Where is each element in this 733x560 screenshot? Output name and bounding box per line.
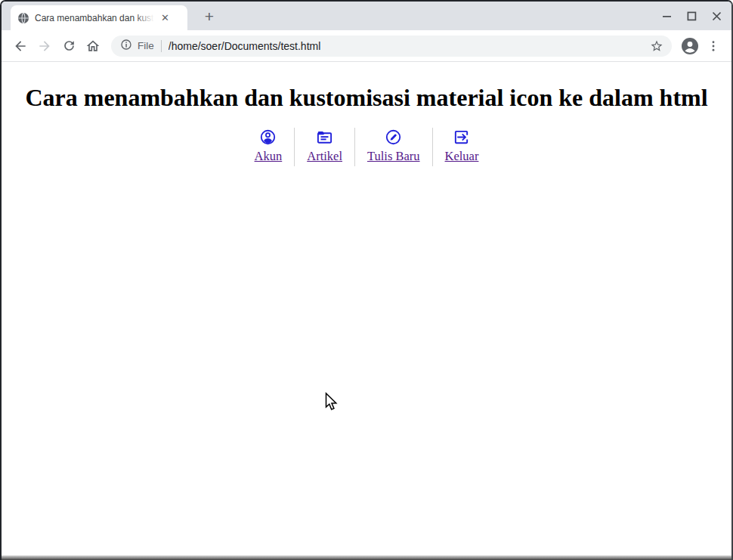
tab-title: Cara menambahkan dan kustomisasi materia… [35, 12, 154, 24]
browser-window: Cara menambahkan dan kustomisasi materia… [0, 0, 733, 560]
address-bar[interactable]: File /home/soer/Documents/test.html [111, 36, 672, 57]
new-tab-button[interactable]: + [199, 7, 219, 26]
nav-menu: Akun Artikel [2, 128, 731, 166]
menu-kebab-icon[interactable] [702, 35, 725, 57]
scheme-label: File [138, 40, 154, 51]
account-circle-icon[interactable] [259, 128, 277, 146]
reload-button[interactable] [57, 34, 81, 58]
url-divider [161, 40, 162, 52]
article-folder-icon[interactable] [316, 128, 333, 146]
globe-favicon-icon [17, 12, 29, 24]
nav-link-akun[interactable]: Akun [255, 149, 283, 164]
exit-to-app-icon[interactable] [453, 128, 470, 146]
browser-tab[interactable]: Cara menambahkan dan kustomisasi materia… [11, 5, 187, 30]
nav-link-tulis-baru[interactable]: Tulis Baru [367, 149, 420, 164]
minimize-button[interactable] [662, 11, 672, 21]
page-content: Cara menambahkan dan kustomisasi materia… [2, 62, 731, 555]
nav-link-keluar[interactable]: Keluar [445, 149, 479, 164]
home-button[interactable] [81, 34, 105, 58]
tab-close-icon[interactable]: ✕ [159, 11, 172, 24]
nav-item-keluar: Keluar [433, 128, 491, 166]
profile-avatar-icon[interactable] [678, 34, 702, 58]
bookmark-star-icon[interactable] [649, 39, 664, 54]
nav-link-artikel[interactable]: Artikel [307, 149, 342, 164]
tab-strip: Cara menambahkan dan kustomisasi materia… [2, 2, 731, 30]
create-pencil-icon[interactable] [385, 128, 402, 146]
url-text[interactable]: /home/soer/Documents/test.html [169, 40, 649, 52]
window-controls [662, 11, 722, 21]
browser-toolbar: File /home/soer/Documents/test.html [2, 30, 731, 62]
nav-item-akun: Akun [243, 128, 295, 166]
nav-item-artikel: Artikel [295, 128, 355, 166]
nav-item-tulis-baru: Tulis Baru [355, 128, 433, 166]
info-icon[interactable] [120, 39, 132, 54]
page-title: Cara menambahkan dan kustomisasi materia… [9, 84, 724, 112]
close-window-button[interactable] [712, 11, 722, 21]
forward-button[interactable] [32, 34, 57, 58]
window-bottom-edge [2, 555, 731, 560]
maximize-button[interactable] [687, 11, 697, 21]
back-button[interactable] [8, 34, 32, 58]
